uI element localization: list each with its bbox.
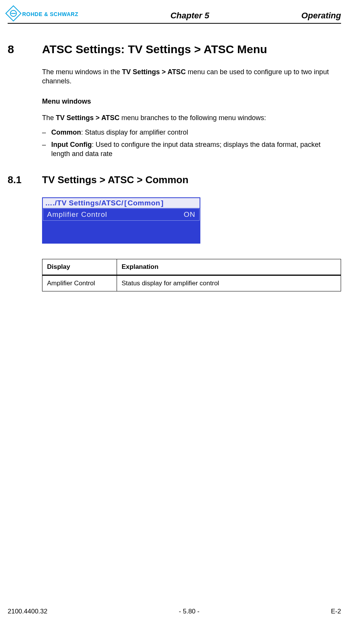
table-cell-explanation: Status display for amplifier control: [117, 275, 341, 291]
dash-icon: –: [42, 128, 51, 137]
list-item-bold: Common: [51, 129, 81, 136]
table-header-row: Display Explanation: [42, 259, 341, 275]
list-item-rest: : Status display for amplifier control: [81, 129, 188, 136]
page-header: ROHDE & SCHWARZ Chapter 5 Operating: [8, 8, 341, 24]
intro-bold: TV Settings > ATSC: [122, 68, 186, 76]
lcd-empty-area: [43, 221, 200, 243]
bracket-icon: [: [123, 199, 128, 207]
table-header-explanation: Explanation: [117, 259, 341, 275]
header-right: Operating: [301, 11, 341, 21]
section-number: 8: [8, 43, 42, 56]
section-8-1: 8.1 TV Settings > ATSC > Common: [8, 174, 341, 186]
dash-icon: –: [42, 140, 51, 159]
lcd-screenshot: …./TV Settings/ATSC/ [ Common ] Amplifie…: [42, 197, 200, 244]
page-footer: 2100.4400.32 - 5.80 - E-2: [8, 608, 341, 615]
footer-center: - 5.80 -: [179, 608, 200, 615]
intro-paragraph: The menu windows in the TV Settings > AT…: [42, 67, 341, 86]
branches-pre: The: [42, 114, 56, 122]
intro-pre: The menu windows in the: [42, 68, 122, 76]
lcd-current-menu: Common: [128, 199, 160, 207]
brand-name: ROHDE & SCHWARZ: [22, 11, 78, 17]
list-item-rest: : Used to configure the input data strea…: [51, 141, 320, 158]
lcd-title-bar: …./TV Settings/ATSC/ [ Common ]: [43, 198, 200, 208]
info-table: Display Explanation Amplifier Control St…: [42, 259, 341, 291]
chapter-label: Chapter 5: [78, 11, 301, 21]
list-item: – Input Config: Used to configure the in…: [42, 140, 341, 159]
footer-right: E-2: [331, 608, 341, 615]
table-cell-display: Amplifier Control: [42, 275, 117, 291]
section-8: 8 ATSC Settings: TV Settings > ATSC Menu: [8, 43, 341, 56]
brand-logo: ROHDE & SCHWARZ: [8, 8, 78, 21]
branches-bold: TV Settings > ATSC: [56, 114, 120, 122]
table-row: Amplifier Control Status display for amp…: [42, 275, 341, 291]
lcd-path: …./TV Settings/ATSC/: [45, 199, 123, 207]
list-item-bold: Input Config: [51, 141, 92, 148]
brand-logo-icon: [5, 5, 21, 21]
branches-post: menu branches to the following menu wind…: [120, 114, 266, 122]
list-item: – Common: Status display for amplifier c…: [42, 128, 341, 137]
branches-paragraph: The TV Settings > ATSC menu branches to …: [42, 113, 341, 122]
lcd-row-label: Amplifier Control: [47, 210, 107, 219]
menu-windows-heading: Menu windows: [42, 98, 341, 106]
bracket-icon: ]: [160, 199, 164, 207]
lcd-row-value: ON: [184, 210, 196, 219]
footer-left: 2100.4400.32: [8, 608, 47, 615]
lcd-row: Amplifier Control ON: [43, 208, 200, 221]
section-title: TV Settings > ATSC > Common: [42, 174, 188, 186]
menu-windows-list: – Common: Status display for amplifier c…: [42, 128, 341, 159]
section-number: 8.1: [8, 174, 42, 186]
section-title: ATSC Settings: TV Settings > ATSC Menu: [42, 43, 267, 56]
table-header-display: Display: [42, 259, 117, 275]
